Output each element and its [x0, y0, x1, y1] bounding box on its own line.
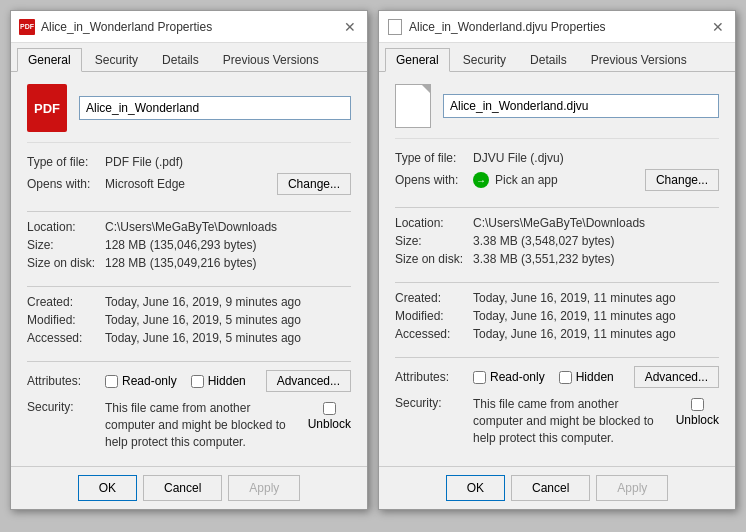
dialog2-file-header	[395, 84, 719, 139]
separator1c	[27, 361, 351, 362]
dialog2-location-row: Location: C:\Users\MeGaByTe\Downloads	[395, 214, 719, 232]
dialog2-created-value: Today, June 16, 2019, 11 minutes ago	[473, 291, 719, 305]
dialog1-dates-info: Created: Today, June 16, 2019, 9 minutes…	[27, 293, 351, 347]
dialog1-file-header: PDF	[27, 84, 351, 143]
dialog2-big-file-icon	[395, 84, 431, 128]
dialog1-modified-value: Today, June 16, 2019, 5 minutes ago	[105, 313, 351, 327]
dialog1-size-on-disk-label: Size on disk:	[27, 256, 105, 270]
dialog2-hidden-checkbox-label: Hidden	[559, 370, 614, 384]
dialog2-accessed-value: Today, June 16, 2019, 11 minutes ago	[473, 327, 719, 341]
dialog2-attributes-row: Attributes: Read-only Hidden Advanced...	[395, 364, 719, 390]
dialog1-filename-input[interactable]	[79, 96, 351, 120]
dialog2-security-row: Security: This file came from another co…	[395, 394, 719, 448]
dialog1-close-button[interactable]: ✕	[341, 18, 359, 36]
generic-file-icon	[388, 19, 402, 35]
dialog2-file-info: Type of file: DJVU File (.djvu) Opens wi…	[395, 149, 719, 193]
tab-previous-versions-1[interactable]: Previous Versions	[212, 48, 330, 72]
dialog1-location-row: Location: C:\Users\MeGaByTe\Downloads	[27, 218, 351, 236]
tab-security-2[interactable]: Security	[452, 48, 517, 72]
dialog2-title: Alice_in_Wonderland.djvu Properties	[409, 20, 703, 34]
dialog2-location-info: Location: C:\Users\MeGaByTe\Downloads Si…	[395, 214, 719, 268]
dialog2-location-label: Location:	[395, 216, 473, 230]
dialog2-modified-label: Modified:	[395, 309, 473, 323]
dialog1-security-text: This file came from another computer and…	[105, 400, 298, 450]
dialog2-hidden-label: Hidden	[576, 370, 614, 384]
tab-general-1[interactable]: General	[17, 48, 82, 72]
dialog2-readonly-checkbox-label: Read-only	[473, 370, 545, 384]
dialog1-advanced-button[interactable]: Advanced...	[266, 370, 351, 392]
title-bar-1: PDF Alice_in_Wonderland Properties ✕	[11, 11, 367, 43]
dialog2-created-row: Created: Today, June 16, 2019, 11 minute…	[395, 289, 719, 307]
tab-previous-versions-2[interactable]: Previous Versions	[580, 48, 698, 72]
dialog2-modified-value: Today, June 16, 2019, 11 minutes ago	[473, 309, 719, 323]
separator2c	[395, 357, 719, 358]
dialog2-opens-label: Opens with:	[395, 173, 473, 187]
dialog1-security-label: Security:	[27, 400, 105, 414]
dialog1-hidden-checkbox[interactable]	[191, 375, 204, 388]
dialog1-accessed-row: Accessed: Today, June 16, 2019, 5 minute…	[27, 329, 351, 347]
dialog1-location-label: Location:	[27, 220, 105, 234]
dialog2-dates-info: Created: Today, June 16, 2019, 11 minute…	[395, 289, 719, 343]
pdf-icon: PDF	[19, 19, 35, 35]
dialog1-created-label: Created:	[27, 295, 105, 309]
tab-details-2[interactable]: Details	[519, 48, 578, 72]
dialog1-created-value: Today, June 16, 2019, 9 minutes ago	[105, 295, 351, 309]
dialog2-size-label: Size:	[395, 234, 473, 248]
dialog2-unblock-label: Unblock	[676, 413, 719, 427]
dialog2-opens-value: Pick an app	[495, 173, 645, 187]
dialog1-icon: PDF	[19, 19, 35, 35]
dialog2-modified-row: Modified: Today, June 16, 2019, 11 minut…	[395, 307, 719, 325]
dialog1-readonly-checkbox[interactable]	[105, 375, 118, 388]
dialog1-title: Alice_in_Wonderland Properties	[41, 20, 335, 34]
dialog2-unblock-checkbox[interactable]	[691, 398, 704, 411]
dialog1-ok-button[interactable]: OK	[78, 475, 137, 501]
dialog2-advanced-button[interactable]: Advanced...	[634, 366, 719, 388]
dialog2-type-value: DJVU File (.djvu)	[473, 151, 719, 165]
dialog2-security-label: Security:	[395, 396, 473, 410]
dialog2-icon	[387, 19, 403, 35]
dialog1-type-row: Type of file: PDF File (.pdf)	[27, 153, 351, 171]
dialog2-attributes-label: Attributes:	[395, 370, 473, 384]
dialog2-created-label: Created:	[395, 291, 473, 305]
dialog2-body: Type of file: DJVU File (.djvu) Opens wi…	[379, 72, 735, 466]
tab-general-2[interactable]: General	[385, 48, 450, 72]
dialog1-size-value: 128 MB (135,046,293 bytes)	[105, 238, 351, 252]
dialog1-unblock-checkbox[interactable]	[323, 402, 336, 415]
dialog1-change-button[interactable]: Change...	[277, 173, 351, 195]
dialog1-tabs: General Security Details Previous Versio…	[11, 43, 367, 72]
dialog2-change-button[interactable]: Change...	[645, 169, 719, 191]
dialog1-file-info: Type of file: PDF File (.pdf) Opens with…	[27, 153, 351, 197]
dialog1-security-row: Security: This file came from another co…	[27, 398, 351, 452]
dialog1-created-row: Created: Today, June 16, 2019, 9 minutes…	[27, 293, 351, 311]
dialog1-cancel-button[interactable]: Cancel	[143, 475, 222, 501]
dialog2-cancel-button[interactable]: Cancel	[511, 475, 590, 501]
dialog2-type-label: Type of file:	[395, 151, 473, 165]
dialog1-opens-row: Opens with: Microsoft Edge Change...	[27, 171, 351, 197]
dialog1-size-label: Size:	[27, 238, 105, 252]
dialog1-type-label: Type of file:	[27, 155, 105, 169]
dialog2-size-row: Size: 3.38 MB (3,548,027 bytes)	[395, 232, 719, 250]
dialog2-close-button[interactable]: ✕	[709, 18, 727, 36]
dialog2-readonly-label: Read-only	[490, 370, 545, 384]
dialog1-apply-button[interactable]: Apply	[228, 475, 300, 501]
dialog1-body: PDF Type of file: PDF File (.pdf) Opens …	[11, 72, 367, 466]
dialog2-filename-input[interactable]	[443, 94, 719, 118]
dialog2-ok-button[interactable]: OK	[446, 475, 505, 501]
separator1b	[27, 286, 351, 287]
dialog2-apply-button[interactable]: Apply	[596, 475, 668, 501]
dialog2-hidden-checkbox[interactable]	[559, 371, 572, 384]
title-bar-2: Alice_in_Wonderland.djvu Properties ✕	[379, 11, 735, 43]
separator1a	[27, 211, 351, 212]
dialog1-opens-label: Opens with:	[27, 177, 105, 191]
dialog1-type-value: PDF File (.pdf)	[105, 155, 351, 169]
dialog2-opens-row: Opens with: → Pick an app Change...	[395, 167, 719, 193]
dialog1-unblock-section: Unblock	[298, 400, 351, 431]
tab-security-1[interactable]: Security	[84, 48, 149, 72]
dialog2-readonly-checkbox[interactable]	[473, 371, 486, 384]
dialog2-type-row: Type of file: DJVU File (.djvu)	[395, 149, 719, 167]
tab-details-1[interactable]: Details	[151, 48, 210, 72]
dialog1-accessed-label: Accessed:	[27, 331, 105, 345]
dialog2-pick-app-row: → Pick an app	[473, 172, 645, 188]
dialog2-checkboxes: Read-only Hidden Advanced...	[473, 366, 719, 388]
dialog1-unblock-label: Unblock	[308, 417, 351, 431]
